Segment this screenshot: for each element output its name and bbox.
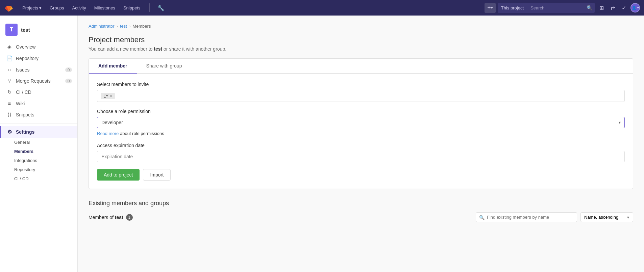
sidebar-sub-ci-cd[interactable]: CI / CD: [14, 174, 77, 183]
breadcrumb: Administrator › test › Members: [89, 24, 633, 29]
merge-requests-icon-btn[interactable]: ⇄: [608, 3, 617, 13]
member-tag: LY ×: [101, 93, 115, 99]
repository-icon: 📄: [6, 55, 13, 61]
merge-requests-icon: ⑂: [6, 78, 13, 84]
read-more-link[interactable]: Read more: [97, 131, 119, 136]
tab-content-add-member: Select members to invite LY × Choose a r…: [89, 74, 633, 189]
sidebar-item-settings[interactable]: ⚙ Settings: [0, 126, 77, 138]
nav-milestones[interactable]: Milestones: [91, 3, 119, 12]
members-label: Members of test 1: [89, 214, 133, 221]
sidebar-item-label: Merge Requests: [16, 78, 51, 84]
sidebar-item-label: Overview: [16, 44, 35, 50]
sidebar-sub-integrations[interactable]: Integrations: [14, 156, 77, 165]
tabs-header: Add member Share with group: [89, 59, 633, 74]
select-members-section: Select members to invite LY ×: [97, 82, 625, 102]
nav-right: + ▾ This project 🔍 ⊞ ⇄ ✓ 👤 ▾: [485, 3, 640, 13]
settings-icon: ⚙: [6, 129, 13, 135]
sidebar: T test ◈ Overview 📄 Repository ○ Issues …: [0, 16, 78, 272]
members-search-row: 🔍 Name, ascending Name, descending Acces…: [476, 212, 633, 222]
project-header: T test: [0, 21, 77, 41]
page-title: Project members: [89, 35, 633, 44]
sidebar-item-label: Issues: [16, 67, 29, 73]
sidebar-item-label: Snippets: [16, 112, 34, 117]
form-buttons: Add to project Import: [97, 169, 625, 181]
sidebar-item-merge-requests[interactable]: ⑂ Merge Requests 0: [0, 75, 77, 86]
wiki-icon: ≡: [6, 101, 13, 106]
breadcrumb-admin[interactable]: Administrator: [89, 24, 115, 29]
search-input[interactable]: [527, 3, 595, 13]
breadcrumb-sep-1: ›: [117, 24, 118, 29]
panels-icon-btn[interactable]: ⊞: [597, 3, 606, 13]
sidebar-item-overview[interactable]: ◈ Overview: [0, 41, 77, 53]
choose-role-label: Choose a role permission: [97, 109, 625, 114]
search-scope-btn[interactable]: This project: [498, 3, 527, 13]
gitlab-logo-icon: [4, 3, 14, 12]
select-members-label: Select members to invite: [97, 82, 625, 87]
settings-subitems: General Members Integrations Repository …: [0, 138, 77, 183]
nav-projects[interactable]: Projects ▾: [19, 3, 45, 12]
search-icon: 🔍: [479, 215, 485, 220]
sidebar-sub-repository[interactable]: Repository: [14, 165, 77, 174]
nav-separator: [149, 3, 150, 12]
members-search-wrapper: 🔍: [476, 212, 577, 222]
sort-select[interactable]: Name, ascending Name, descending Access,…: [580, 212, 633, 222]
issues-badge: 0: [65, 67, 72, 72]
sidebar-item-snippets[interactable]: ⟨⟩ Snippets: [0, 109, 77, 120]
role-select-wrapper: Guest Reporter Developer Maintainer Owne…: [97, 117, 625, 128]
project-name-emphasis: test: [154, 46, 162, 52]
import-button[interactable]: Import: [143, 169, 171, 181]
tab-add-member[interactable]: Add member: [89, 59, 137, 74]
breadcrumb-test[interactable]: test: [120, 24, 127, 29]
role-select[interactable]: Guest Reporter Developer Maintainer Owne…: [97, 117, 625, 128]
members-search-input[interactable]: [476, 212, 577, 222]
merge-requests-badge: 0: [65, 79, 72, 83]
create-btn[interactable]: + ▾: [485, 3, 496, 13]
add-to-project-button[interactable]: Add to project: [97, 169, 140, 181]
search-icon: 🔍: [587, 5, 592, 10]
sidebar-item-ci-cd[interactable]: ↻ CI / CD: [0, 86, 77, 98]
project-avatar: T: [5, 24, 18, 36]
members-of-label: Members of test: [89, 215, 123, 220]
brand[interactable]: [4, 3, 14, 12]
chevron-down-icon: ▾: [39, 5, 42, 10]
nav-snippets[interactable]: Snippets: [120, 3, 144, 12]
user-avatar[interactable]: 👤 ▾: [630, 3, 640, 12]
sidebar-item-wiki[interactable]: ≡ Wiki: [0, 98, 77, 109]
wrench-icon-btn[interactable]: 🔧: [155, 3, 167, 13]
sidebar-item-issues[interactable]: ○ Issues 0: [0, 64, 77, 75]
role-permission-section: Choose a role permission Guest Reporter …: [97, 109, 625, 136]
ci-cd-icon: ↻: [6, 89, 13, 95]
project-name: test: [21, 27, 30, 33]
project-name-bold: test: [115, 215, 123, 220]
breadcrumb-sep-2: ›: [129, 24, 130, 29]
tag-value: LY: [103, 93, 108, 99]
read-more-text: Read more about role permissions: [97, 131, 625, 136]
member-tag-input[interactable]: LY ×: [97, 90, 625, 102]
sidebar-divider: [0, 123, 77, 124]
page-subtitle: You can add a new member to test or shar…: [89, 46, 633, 52]
existing-title: Existing members and groups: [89, 200, 633, 207]
issues-icon: ○: [6, 67, 13, 73]
snippets-icon: ⟨⟩: [6, 112, 13, 118]
breadcrumb-current: Members: [132, 24, 151, 29]
navbar: Projects ▾ Groups Activity Milestones Sn…: [0, 0, 644, 16]
page-wrapper: T test ◈ Overview 📄 Repository ○ Issues …: [0, 16, 644, 272]
sidebar-sub-members[interactable]: Members: [14, 147, 77, 156]
todos-icon-btn[interactable]: ✓: [619, 3, 628, 13]
nav-groups[interactable]: Groups: [46, 3, 68, 12]
sidebar-item-repository[interactable]: 📄 Repository: [0, 53, 77, 64]
search-box: This project 🔍: [498, 3, 595, 13]
sidebar-sub-general[interactable]: General: [14, 138, 77, 147]
overview-icon: ◈: [6, 44, 13, 50]
tag-close-btn[interactable]: ×: [110, 93, 112, 98]
chevron-down-icon: ▾: [637, 6, 639, 9]
sidebar-item-label: Wiki: [16, 101, 25, 106]
existing-members-section: Existing members and groups Members of t…: [89, 200, 633, 222]
tab-share-with-group[interactable]: Share with group: [137, 59, 192, 74]
sidebar-item-label: Settings: [16, 129, 34, 135]
sidebar-item-label: Repository: [16, 56, 39, 61]
members-count-badge: 1: [126, 214, 133, 221]
expiration-date-input[interactable]: [97, 151, 625, 162]
chevron-down-icon: ▾: [491, 6, 493, 10]
nav-activity[interactable]: Activity: [69, 3, 90, 12]
